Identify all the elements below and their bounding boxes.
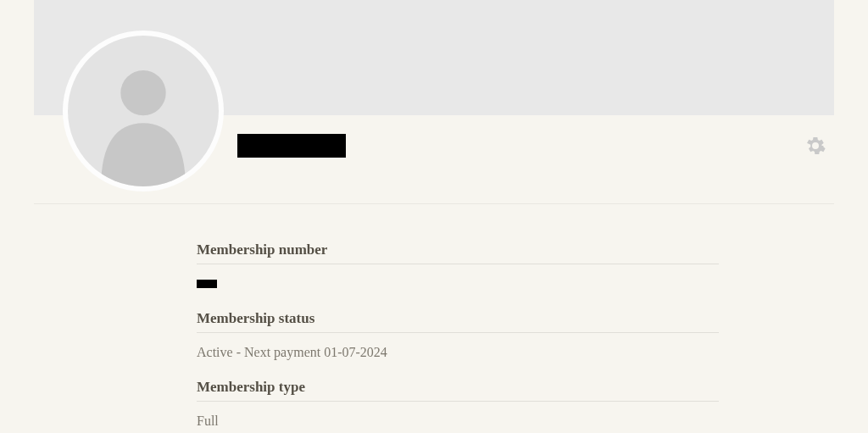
membership-number-value bbox=[197, 264, 719, 291]
svg-point-0 bbox=[120, 70, 165, 115]
gear-icon bbox=[805, 136, 826, 156]
profile-card: Membership number Membership status Acti… bbox=[34, 0, 834, 429]
membership-details: Membership number Membership status Acti… bbox=[34, 204, 719, 429]
membership-type-value: Full bbox=[197, 402, 719, 429]
membership-type-label: Membership type bbox=[197, 379, 719, 402]
membership-status-value: Active - Next payment 01-07-2024 bbox=[197, 333, 719, 360]
avatar-image bbox=[68, 36, 219, 186]
avatar[interactable] bbox=[63, 31, 224, 192]
membership-number-label: Membership number bbox=[197, 241, 719, 264]
person-silhouette-icon bbox=[68, 36, 219, 186]
settings-button[interactable] bbox=[805, 136, 826, 156]
membership-status-label: Membership status bbox=[197, 310, 719, 333]
profile-name bbox=[237, 134, 346, 158]
